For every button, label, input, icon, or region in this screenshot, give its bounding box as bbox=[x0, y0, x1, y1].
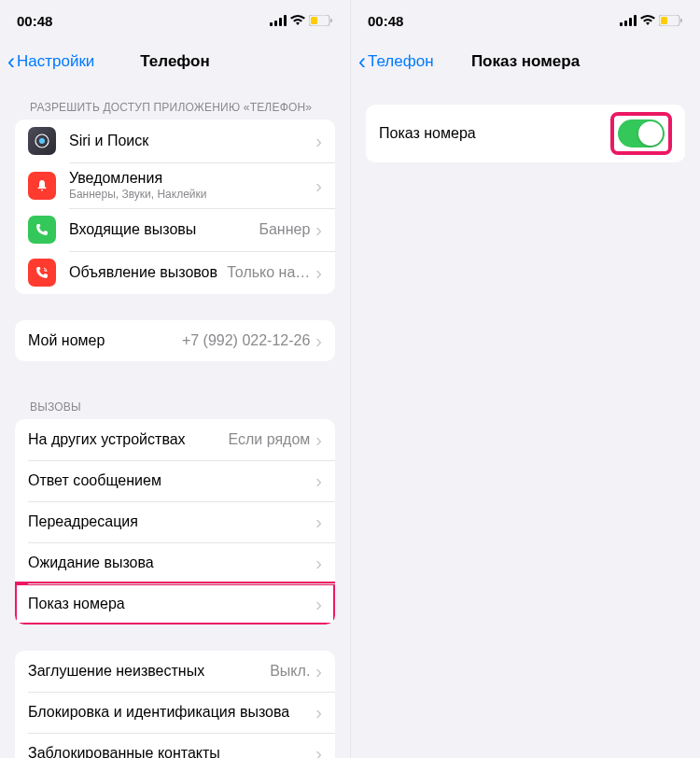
nav-bar: ‹ Телефон Показ номера bbox=[351, 41, 700, 82]
row-value: Баннер bbox=[259, 221, 310, 238]
row-announce-calls[interactable]: Объявление вызовов Только на… › bbox=[15, 251, 335, 294]
chevron-right-icon: › bbox=[315, 220, 322, 239]
row-silence-unknown[interactable]: Заглушение неизвестных Выкл. › bbox=[15, 651, 335, 692]
back-button[interactable]: ‹ Телефон bbox=[358, 50, 434, 73]
row-label: Заблокированные контакты bbox=[28, 745, 315, 758]
page-title: Телефон bbox=[140, 52, 209, 71]
status-icons bbox=[270, 15, 333, 26]
row-label: Уведомления bbox=[69, 170, 315, 187]
group-my-number: Мой номер +7 (992) 022-12-26 › bbox=[15, 320, 335, 361]
row-other-devices[interactable]: На других устройствах Если рядом › bbox=[15, 419, 335, 460]
chevron-left-icon: ‹ bbox=[7, 50, 15, 73]
chevron-right-icon: › bbox=[315, 554, 322, 572]
screen-show-caller-id: 00:48 ‹ Телефон Показ номера Показ номер… bbox=[350, 0, 700, 758]
content: РАЗРЕШИТЬ ДОСТУП ПРИЛОЖЕНИЮ «ТЕЛЕФОН» Si… bbox=[0, 82, 350, 758]
group-allow: Siri и Поиск › Уведомления Баннеры, Звук… bbox=[15, 119, 335, 294]
highlight-box bbox=[610, 112, 672, 155]
cellular-icon bbox=[270, 15, 287, 26]
nav-bar: ‹ Настройки Телефон bbox=[0, 41, 350, 82]
row-show-caller-id-toggle: Показ номера bbox=[366, 105, 685, 162]
row-label: Входящие вызовы bbox=[69, 221, 259, 238]
chevron-right-icon: › bbox=[315, 331, 322, 350]
battery-icon bbox=[309, 15, 333, 26]
row-my-number[interactable]: Мой номер +7 (992) 022-12-26 › bbox=[15, 320, 335, 361]
svg-rect-11 bbox=[629, 18, 632, 26]
screen-phone-settings: 00:48 ‹ Настройки Телефон РАЗРЕШИТЬ ДОСТ… bbox=[0, 0, 350, 758]
phone-incoming-icon bbox=[28, 216, 56, 244]
section-header-calls: ВЫЗОВЫ bbox=[0, 387, 350, 419]
chevron-left-icon: ‹ bbox=[358, 50, 366, 73]
chevron-right-icon: › bbox=[315, 595, 322, 613]
row-value: Выкл. bbox=[270, 663, 310, 680]
row-incoming-calls[interactable]: Входящие вызовы Баннер › bbox=[15, 208, 335, 251]
svg-point-8 bbox=[39, 138, 45, 144]
row-value: Если рядом bbox=[229, 431, 311, 448]
svg-rect-3 bbox=[284, 15, 287, 26]
row-label: Ответ сообщением bbox=[28, 472, 315, 489]
row-call-forwarding[interactable]: Переадресация › bbox=[15, 501, 335, 542]
svg-rect-6 bbox=[330, 19, 332, 22]
group-calls: На других устройствах Если рядом › Ответ… bbox=[15, 419, 335, 625]
chevron-right-icon: › bbox=[315, 132, 322, 150]
back-label: Настройки bbox=[17, 52, 94, 71]
chevron-right-icon: › bbox=[315, 176, 322, 195]
row-label: Объявление вызовов bbox=[69, 264, 227, 281]
row-siri-search[interactable]: Siri и Поиск › bbox=[15, 119, 335, 162]
back-button[interactable]: ‹ Настройки bbox=[7, 50, 94, 73]
svg-rect-5 bbox=[311, 17, 317, 24]
wifi-icon bbox=[640, 15, 655, 26]
row-label: На других устройствах bbox=[28, 431, 229, 448]
row-show-caller-id[interactable]: Показ номера › bbox=[15, 583, 335, 625]
section-header-allow: РАЗРЕШИТЬ ДОСТУП ПРИЛОЖЕНИЮ «ТЕЛЕФОН» bbox=[0, 88, 350, 119]
row-label: Ожидание вызова bbox=[28, 554, 315, 571]
svg-rect-10 bbox=[624, 21, 627, 26]
page-title: Показ номера bbox=[471, 52, 580, 71]
group-extra: Заглушение неизвестных Выкл. › Блокировк… bbox=[15, 651, 335, 758]
wifi-icon bbox=[290, 15, 305, 26]
row-label: Блокировка и идентификация вызова bbox=[28, 704, 315, 721]
svg-rect-14 bbox=[661, 17, 667, 24]
status-icons bbox=[620, 15, 683, 26]
chevron-right-icon: › bbox=[315, 703, 322, 722]
row-value: +7 (992) 022-12-26 bbox=[182, 332, 310, 349]
row-call-waiting[interactable]: Ожидание вызова › bbox=[15, 542, 335, 583]
back-label: Телефон bbox=[368, 52, 434, 71]
svg-rect-0 bbox=[270, 22, 273, 26]
chevron-right-icon: › bbox=[315, 662, 322, 681]
chevron-right-icon: › bbox=[315, 471, 322, 490]
row-label: Показ номера bbox=[379, 125, 610, 142]
toggle-knob bbox=[638, 121, 663, 146]
chevron-right-icon: › bbox=[315, 430, 322, 449]
cellular-icon bbox=[620, 15, 637, 26]
group-caller-id-toggle: Показ номера bbox=[366, 105, 685, 162]
row-notifications[interactable]: Уведомления Баннеры, Звуки, Наклейки › bbox=[15, 162, 335, 208]
status-time: 00:48 bbox=[17, 13, 52, 29]
row-value: Только на… bbox=[227, 264, 310, 281]
siri-icon bbox=[28, 127, 56, 155]
row-label: Siri и Поиск bbox=[69, 133, 315, 149]
row-reply-message[interactable]: Ответ сообщением › bbox=[15, 460, 335, 501]
chevron-right-icon: › bbox=[315, 744, 322, 758]
row-label: Заглушение неизвестных bbox=[28, 663, 270, 680]
bell-icon bbox=[28, 172, 56, 200]
status-bar: 00:48 bbox=[351, 0, 700, 41]
content: Показ номера bbox=[351, 82, 700, 758]
battery-icon bbox=[659, 15, 683, 26]
chevron-right-icon: › bbox=[315, 263, 322, 282]
status-time: 00:48 bbox=[368, 13, 403, 29]
row-label: Показ номера bbox=[28, 596, 315, 612]
svg-rect-9 bbox=[620, 22, 623, 26]
svg-rect-15 bbox=[680, 19, 682, 22]
announce-icon bbox=[28, 259, 56, 287]
row-blocked-contacts[interactable]: Заблокированные контакты › bbox=[15, 733, 335, 758]
row-label: Мой номер bbox=[28, 332, 182, 349]
row-label: Переадресация bbox=[28, 513, 315, 530]
svg-rect-1 bbox=[274, 21, 277, 26]
status-bar: 00:48 bbox=[0, 0, 350, 41]
row-subtitle: Баннеры, Звуки, Наклейки bbox=[69, 188, 315, 201]
svg-rect-12 bbox=[634, 15, 637, 26]
row-block-identify[interactable]: Блокировка и идентификация вызова › bbox=[15, 692, 335, 733]
svg-rect-2 bbox=[279, 18, 282, 26]
caller-id-toggle[interactable] bbox=[618, 119, 665, 147]
chevron-right-icon: › bbox=[315, 512, 322, 531]
